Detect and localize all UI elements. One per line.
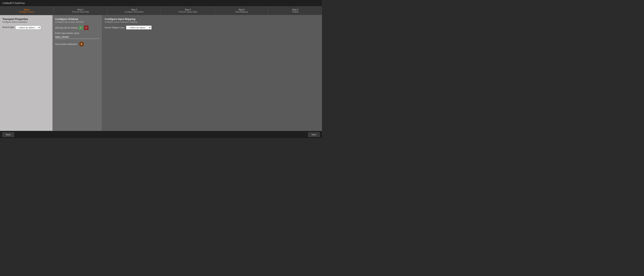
step-5-number: Step 5: [238, 8, 244, 11]
step-3-number: Step 3: [131, 8, 137, 11]
transport-properties-subtitle: Configure Source extension: [2, 21, 50, 23]
step-1-number: Step 1: [24, 8, 30, 11]
mapper-type-row: Source Mapper type -- select an option -…: [105, 25, 320, 29]
check-icon: ✓: [80, 26, 82, 29]
x-icon: ✕: [85, 26, 87, 29]
transport-properties-title: Transport Properties: [2, 17, 50, 20]
step-3[interactable]: Step 3 Configure Destination: [108, 6, 161, 15]
step-6-label: Finalize: [292, 11, 299, 13]
configure-schema-title: Configure Schema: [55, 17, 100, 20]
stream-name-input[interactable]: [55, 35, 100, 39]
next-button[interactable]: Next: [308, 133, 320, 137]
title-bar: UntitledETLTaskFlow: [0, 0, 322, 6]
configure-schema-subtitle: Configure input stream definition: [55, 21, 100, 23]
add-icon: +: [80, 42, 82, 46]
step-2[interactable]: Step 2 Process Input Data: [54, 6, 108, 15]
mapper-type-select[interactable]: -- select an option --: [126, 25, 152, 29]
attributes-label: input stream attributes:: [55, 43, 78, 45]
step-5[interactable]: Step 5 Data Mapping: [215, 6, 268, 15]
log-sink-cancel-button[interactable]: ✕: [84, 25, 88, 30]
step-2-label: Process Input Data: [72, 11, 89, 13]
app-title: UntitledETLTaskFlow: [2, 2, 25, 4]
add-attribute-button[interactable]: +: [79, 42, 84, 46]
add-log-sink-label: Add log sink for testing: [55, 26, 77, 29]
configure-schema-panel: Configure Schema Configure input stream …: [53, 15, 102, 131]
step-5-label: Data Mapping: [235, 11, 248, 13]
attributes-row: input stream attributes: +: [55, 42, 100, 46]
step-6[interactable]: Step 6 Finalize: [268, 6, 322, 15]
step-1-label: Configure Source: [19, 11, 34, 13]
main-content: Transport Properties Configure Source ex…: [0, 15, 322, 131]
source-type-label: Source type: [2, 26, 14, 28]
configure-mapping-panel: Configure Input Mapping Configure source…: [102, 15, 322, 131]
enter-stream-label: Enter input stream name: [55, 32, 100, 34]
step-4-label: Process Output Data: [178, 11, 197, 13]
step-6-number: Step 6: [292, 8, 298, 11]
configure-mapping-title: Configure Input Mapping: [105, 17, 320, 20]
source-type-select[interactable]: -- select an option --: [16, 25, 41, 29]
back-button[interactable]: Back: [2, 133, 14, 137]
step-4-number: Step 4: [185, 8, 191, 11]
step-3-label: Configure Destination: [124, 11, 144, 13]
steps-header: Step 1 Configure Source Step 2 Process I…: [0, 6, 322, 15]
transport-properties-panel: Transport Properties Configure Source ex…: [0, 15, 53, 131]
step-4[interactable]: Step 4 Process Output Data: [161, 6, 215, 15]
bottom-bar: Back Next: [0, 131, 322, 138]
step-1[interactable]: Step 1 Configure Source: [0, 6, 54, 15]
log-sink-confirm-button[interactable]: ✓: [78, 25, 83, 30]
configure-mapping-subtitle: Configure source extension mapping: [105, 21, 320, 23]
mapper-type-label: Source Mapper type: [105, 26, 124, 29]
step-2-number: Step 2: [78, 8, 84, 11]
